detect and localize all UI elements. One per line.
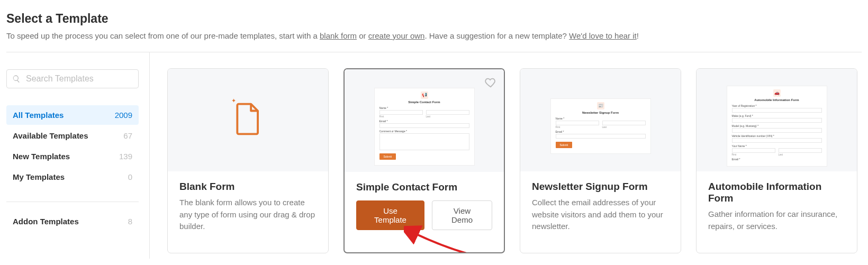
blank-form-icon: ✦ [234,103,262,138]
preview-sub: Last [426,115,469,118]
card-preview: 🚗 Automobile Information Form Year of Re… [697,69,857,171]
category-label: My Templates [13,172,65,181]
card-title: Newsletter Signup Form [532,181,669,193]
preview-submit: Submit [556,142,573,148]
intro-end: ! [637,31,639,40]
category-separator [6,202,139,202]
template-card-blank-form[interactable]: ✦ Blank Form The blank form allows you t… [167,68,329,253]
preview-title: Simple Contact Form [379,100,469,104]
category-label: New Templates [13,152,70,161]
link-feedback[interactable]: We'd love to hear it [569,31,637,40]
card-body: Automobile Information Form Gather infor… [697,171,857,253]
card-title: Blank Form [179,181,317,193]
category-new-templates[interactable]: New Templates 139 [6,147,139,166]
preview-label: Email * [379,120,469,123]
card-preview: 📰 Newsletter Signup Form Name * First La… [520,69,681,171]
category-label: Addon Templates [13,217,79,226]
category-available-templates[interactable]: Available Templates 67 [6,126,139,145]
preview-label: Make (e.g. Ford) * [732,114,822,117]
preview-label: Email * [556,130,646,133]
preview-submit: Submit [379,153,396,160]
category-all-templates[interactable]: All Templates 2009 [6,105,139,125]
card-body: Blank Form The blank form allows you to … [168,171,328,253]
template-card-newsletter-signup[interactable]: 📰 Newsletter Signup Form Name * First La… [520,68,681,253]
preview-label: Model (e.g. Mustang) * [732,124,822,127]
favorite-icon[interactable] [485,77,496,88]
search-icon [12,75,21,83]
category-count: 67 [123,131,132,140]
card-description: Gather information for car insurance, re… [708,208,845,232]
sidebar: All Templates 2009 Available Templates 6… [6,52,150,259]
card-preview: ✦ [168,69,328,171]
search-box[interactable] [6,69,139,88]
addon-list: Addon Templates 8 [6,212,139,231]
category-count: 139 [119,152,132,161]
preview-sub: First [379,115,423,118]
link-create-own[interactable]: create your own [368,31,425,40]
form-preview: 🚗 Automobile Information Form Year of Re… [727,86,827,167]
page-subtitle: To speed up the process you can select f… [6,31,862,40]
card-title: Simple Contact Form [356,181,492,193]
preview-sub: First [732,153,775,156]
category-count: 0 [128,172,132,181]
card-body: Newsletter Signup Form Collect the email… [520,171,681,253]
card-preview: 📢 Simple Contact Form Name * First Last … [345,69,504,172]
card-body: Simple Contact Form Use Template View De… [345,172,504,252]
preview-label: Year of Registration * [732,104,822,107]
category-count: 8 [128,217,132,226]
preview-label: Vehicle Identification number (VIN) * [732,134,822,138]
preview-sub: Last [779,153,822,156]
category-list: All Templates 2009 Available Templates 6… [6,105,139,187]
preview-title: Automobile Information Form [732,98,822,102]
intro-or: or [357,31,368,40]
card-title: Automobile Information Form [708,181,845,204]
form-preview: 📰 Newsletter Signup Form Name * First La… [550,98,651,154]
form-preview: 📢 Simple Contact Form Name * First Last … [374,88,475,166]
use-template-button[interactable]: Use Template [356,200,424,230]
preview-sub: First [556,126,599,129]
preview-label: Email * [732,158,822,161]
category-label: All Templates [13,111,64,120]
templates-grid: ✦ Blank Form The blank form allows you t… [150,52,862,259]
intro-text: To speed up the process you can select f… [6,31,320,40]
category-count: 2009 [115,111,132,120]
template-card-simple-contact-form[interactable]: 📢 Simple Contact Form Name * First Last … [343,68,505,253]
link-blank-form[interactable]: blank form [320,31,357,40]
template-card-automobile-info[interactable]: 🚗 Automobile Information Form Year of Re… [696,68,857,253]
card-description: The blank form allows you to create any … [179,197,317,233]
category-label: Available Templates [13,131,88,140]
category-my-templates[interactable]: My Templates 0 [6,167,139,187]
preview-label: Comment or Message * [379,130,469,133]
preview-title: Newsletter Signup Form [556,111,646,114]
search-input[interactable] [26,74,133,84]
page-title: Select a Template [6,12,862,26]
intro-suggest: . Have a suggestion for a new template? [424,31,569,40]
category-addon-templates[interactable]: Addon Templates 8 [6,212,139,231]
preview-sub: Last [602,126,646,129]
view-demo-button[interactable]: View Demo [432,200,492,230]
card-description: Collect the email addresses of your webs… [532,197,669,233]
